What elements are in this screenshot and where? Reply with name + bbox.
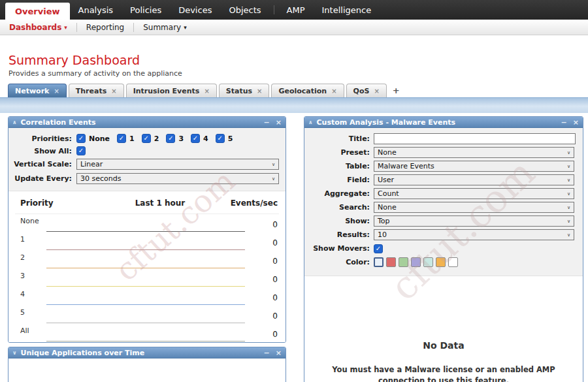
color-swatches	[374, 257, 458, 267]
tab-qos[interactable]: QoS ×	[346, 84, 387, 97]
color-swatch[interactable]	[436, 257, 446, 267]
close-icon[interactable]: ×	[257, 88, 262, 95]
priority-4-checkbox[interactable]: ✓	[191, 134, 200, 143]
show-movers-checkbox[interactable]: ✓	[374, 244, 383, 253]
nav-item-policies[interactable]: Policies	[122, 0, 170, 20]
results-select[interactable]: 10 ∨	[374, 229, 574, 240]
priority-none-option: ✓ None	[76, 134, 110, 143]
close-icon[interactable]: ×	[111, 88, 116, 95]
color-swatch[interactable]	[386, 257, 396, 267]
row-value: 0	[272, 220, 278, 229]
page-subtitle: Provides a summary of activity on the ap…	[8, 69, 182, 78]
table-select[interactable]: Malware Events ∨	[374, 161, 574, 172]
custom-analysis-panel-title: Custom Analysis - Malware Events	[317, 118, 555, 127]
color-swatch[interactable]	[374, 257, 384, 267]
close-icon[interactable]: ×	[331, 88, 336, 95]
aggregate-label: Aggregate:	[312, 189, 374, 198]
priority-2-checkbox[interactable]: ✓	[142, 134, 151, 143]
show-all-row: Show All: ✓	[14, 146, 280, 155]
show-row: Show: Top ∨	[312, 215, 576, 227]
minimize-icon[interactable]: −	[264, 118, 270, 127]
license-text: You must have a Malware license or an en…	[332, 365, 555, 382]
close-icon[interactable]: ×	[276, 118, 282, 127]
priority-3-checkbox[interactable]: ✓	[166, 134, 175, 143]
tab-status-label: Status	[226, 87, 252, 95]
no-data-area: No Data You must have a Malware license …	[304, 276, 583, 382]
close-icon[interactable]: ×	[54, 88, 59, 95]
subnav-summary-label: Summary	[143, 23, 181, 32]
chevron-down-icon: ∨	[567, 191, 570, 197]
vertical-scale-value: Linear	[80, 160, 103, 168]
preset-row: Preset: None ∨	[312, 147, 576, 158]
field-select[interactable]: User ∨	[374, 174, 574, 185]
results-label: Results:	[312, 231, 374, 239]
priority-2-label: 2	[154, 135, 159, 143]
color-swatch[interactable]	[448, 257, 458, 267]
sparkline	[46, 231, 245, 232]
show-all-label: Show All:	[14, 147, 76, 155]
add-tab-button[interactable]: +	[389, 86, 404, 97]
aggregate-select[interactable]: Count ∨	[374, 188, 574, 199]
field-label: Field:	[312, 176, 374, 184]
subnav-item-summary[interactable]: Summary ▾	[134, 23, 196, 32]
page-head: Summary Dashboard Provides a summary of …	[8, 53, 182, 78]
priorities-label: Priorities:	[14, 135, 76, 143]
row-label: 1	[20, 235, 25, 244]
collapse-icon[interactable]: ∧	[12, 119, 17, 125]
chart-column-headers: Priority Last 1 hour Events/sec	[15, 197, 279, 214]
close-icon[interactable]: ×	[276, 349, 282, 357]
tab-intrusion-events[interactable]: Intrusion Events ×	[126, 84, 217, 97]
priority-4-label: 4	[203, 135, 208, 143]
nav-item-amp[interactable]: AMP	[278, 0, 314, 20]
priority-1-checkbox[interactable]: ✓	[117, 134, 126, 143]
custom-analysis-panel: ∧ Custom Analysis - Malware Events − × T…	[304, 116, 583, 382]
tab-status[interactable]: Status ×	[219, 84, 270, 97]
collapse-icon[interactable]: ∨	[12, 350, 17, 356]
color-swatch[interactable]	[423, 257, 433, 267]
vertical-scale-select[interactable]: Linear ∨	[76, 159, 279, 170]
priority-none-checkbox[interactable]: ✓	[76, 134, 86, 143]
row-value: 0	[272, 293, 278, 302]
tab-geolocation-label: Geolocation	[278, 87, 327, 95]
row-label: 2	[20, 253, 25, 262]
color-swatch[interactable]	[399, 257, 408, 267]
tab-threats[interactable]: Threats ×	[69, 84, 124, 97]
subnav-item-reporting[interactable]: Reporting	[77, 23, 133, 32]
show-all-checkbox[interactable]: ✓	[76, 146, 86, 155]
no-data-message: No Data	[304, 340, 583, 351]
nav-item-analysis[interactable]: Analysis	[70, 0, 122, 20]
tab-network[interactable]: Network ×	[8, 84, 67, 97]
minimize-icon[interactable]: −	[264, 349, 270, 357]
nav-item-devices[interactable]: Devices	[170, 0, 220, 20]
title-input[interactable]	[374, 133, 576, 144]
update-every-label: Update Every:	[14, 174, 76, 183]
table-row: 2 0	[15, 251, 279, 269]
preset-select[interactable]: None ∨	[374, 147, 574, 158]
priority-none-label: None	[89, 135, 110, 143]
nav-item-intelligence[interactable]: Intelligence	[313, 0, 380, 20]
nav-item-objects[interactable]: Objects	[220, 0, 269, 20]
minimize-icon[interactable]: −	[561, 118, 567, 127]
table-row: All 0	[15, 324, 279, 342]
color-swatch[interactable]	[411, 257, 421, 267]
vertical-scale-label: Vertical Scale:	[14, 160, 76, 168]
search-value: None	[378, 203, 397, 212]
table-row-field: Table: Malware Events ∨	[312, 161, 576, 172]
col-events-per-sec: Events/sec	[227, 199, 279, 208]
search-row: Search: None ∨	[312, 202, 576, 213]
nav-item-overview[interactable]: Overview	[5, 3, 70, 20]
subnav-item-dashboards[interactable]: Dashboards ▾	[0, 23, 76, 32]
tab-geolocation[interactable]: Geolocation ×	[271, 84, 344, 97]
priority-5-checkbox[interactable]: ✓	[216, 134, 225, 143]
close-icon[interactable]: ×	[573, 118, 579, 127]
show-value: Top	[378, 217, 390, 225]
close-icon[interactable]: ×	[374, 88, 379, 95]
correlation-panel-header: ∧ Correlation Events − ×	[8, 117, 286, 128]
collapse-icon[interactable]: ∧	[308, 119, 313, 125]
show-select[interactable]: Top ∨	[374, 215, 574, 227]
unique-applications-panel: ∨ Unique Applications over Time − ×	[8, 347, 286, 382]
update-every-select[interactable]: 30 seconds ∨	[76, 173, 279, 184]
col-priority: Priority	[15, 199, 93, 208]
close-icon[interactable]: ×	[204, 88, 209, 95]
search-select[interactable]: None ∨	[374, 202, 574, 213]
